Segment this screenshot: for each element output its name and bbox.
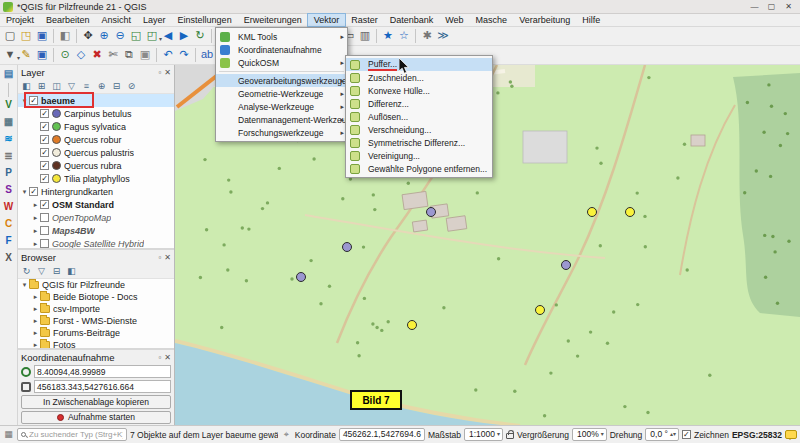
pan-map-icon[interactable]: ✥ [80, 28, 96, 44]
submenu-item-differenz[interactable]: Differenz... [346, 97, 492, 110]
submenu-item-vereinigung[interactable]: Vereinigung... [346, 149, 492, 162]
add-vector-layer-icon[interactable]: V [1, 97, 17, 113]
browser-item-fotos[interactable]: ▸Fotos [18, 339, 174, 348]
browser-item-qgis-f-r-pilzfreunde[interactable]: ▾QGIS für Pilzfreunde [18, 279, 174, 291]
coordinate-capture-icon[interactable]: ⌖ [281, 429, 292, 440]
refresh-browser-icon[interactable]: ↻ [20, 265, 33, 278]
layer-item-fagus-sylvatica[interactable]: ✓Fagus sylvatica [18, 120, 174, 133]
float-panel-icon[interactable]: ▫ [158, 353, 161, 362]
tree-marker-carpinus-betulus[interactable] [562, 261, 571, 270]
layer-item-carpinus-betulus[interactable]: ✓Carpinus betulus [18, 107, 174, 120]
browser-properties-icon[interactable]: ◧ [65, 265, 78, 278]
expander-icon[interactable]: ▸ [31, 201, 40, 209]
add-raster-layer-icon[interactable]: ▦ [1, 114, 17, 130]
visibility-checkbox[interactable] [40, 226, 49, 235]
processing-toolbox-icon[interactable]: ✱ [419, 28, 435, 44]
visibility-checkbox[interactable]: ✓ [40, 122, 49, 131]
visibility-checkbox[interactable]: ✓ [40, 174, 49, 183]
zoom-to-selection-icon[interactable]: ◰▾ [144, 28, 160, 44]
expander-icon[interactable]: ▸ [31, 329, 40, 337]
tree-marker-tilia-platyphyllos[interactable] [408, 321, 417, 330]
expander-icon[interactable]: ▸ [31, 240, 40, 248]
close-panel-icon[interactable]: ✕ [164, 68, 171, 77]
layer-item-baeume[interactable]: ▾✓baeume [18, 94, 174, 107]
tree-marker-carpinus-betulus[interactable] [427, 208, 436, 217]
zoom-next-icon[interactable]: ▶ [176, 28, 192, 44]
layout-manager-icon[interactable]: ▥ [357, 28, 373, 44]
expand-all-icon[interactable]: ⊕ [95, 80, 108, 93]
menu-ansicht[interactable]: Ansicht [96, 14, 138, 26]
expander-icon[interactable]: ▸ [31, 317, 40, 325]
tree-marker-tilia-platyphyllos[interactable] [626, 208, 635, 217]
magnifier-combo[interactable]: 100%▾ [572, 428, 607, 441]
data-source-manager-icon[interactable]: ▤ [1, 66, 17, 82]
menu-item-kml-tools[interactable]: KML Tools▸ [216, 30, 347, 43]
browser-item-forums-beitr-ge[interactable]: ▸Forums-Beiträge [18, 327, 174, 339]
current-edits-icon[interactable]: ▼▾ [2, 47, 18, 63]
new-project-icon[interactable]: ▢ [2, 28, 18, 44]
menu-item-geoverarbeitungswerkzeuge[interactable]: Geoverarbeitungswerkzeuge▸ [216, 74, 347, 87]
browser-item-beide-biotope-docs[interactable]: ▸Beide Biotope - Docs [18, 291, 174, 303]
close-panel-icon[interactable]: ✕ [164, 253, 171, 262]
menu-item-forschungswerkzeuge[interactable]: Forschungswerkzeuge▸ [216, 126, 347, 139]
remove-layer-icon[interactable]: ⊘ [125, 80, 138, 93]
menu-item-geometrie-werkzeuge[interactable]: Geometrie-Werkzeuge▸ [216, 87, 347, 100]
layer-item-opentopomap[interactable]: ▸OpenTopoMap [18, 211, 174, 224]
collapse-all-icon[interactable]: ⊟ [110, 80, 123, 93]
style-manager-icon[interactable]: ◧ [57, 28, 73, 44]
submenu-item-zuschneiden[interactable]: Zuschneiden... [346, 71, 492, 84]
expander-icon[interactable]: ▸ [31, 227, 40, 235]
scale-combo[interactable]: 1:1000▾ [464, 428, 503, 441]
minimize-button[interactable]: — [746, 0, 763, 13]
add-wcs-layer-icon[interactable]: C [1, 216, 17, 232]
locator-icon[interactable]: ▦ [3, 429, 14, 440]
show-bookmarks-icon[interactable]: ★ [380, 28, 396, 44]
layer-item-maps4bw[interactable]: ▸Maps4BW [18, 224, 174, 237]
visibility-checkbox[interactable]: ✓ [40, 135, 49, 144]
visibility-checkbox[interactable]: ✓ [40, 161, 49, 170]
new-bookmark-icon[interactable]: ☆ [396, 28, 412, 44]
globe-icon[interactable] [21, 367, 31, 377]
wgs84-coordinate-field[interactable]: 8.40094,48.99989 [34, 365, 171, 378]
crs-indicator[interactable]: EPSG:25832 [732, 430, 782, 440]
rotation-input[interactable]: 0,0 °▴▾ [645, 428, 679, 441]
visibility-checkbox[interactable]: ✓ [40, 200, 49, 209]
visibility-checkbox[interactable]: ✓ [29, 187, 38, 196]
tree-marker-tilia-platyphyllos[interactable] [588, 208, 597, 217]
add-delimited-text-icon[interactable]: ≣ [1, 148, 17, 164]
add-postgis-layer-icon[interactable]: P [1, 165, 17, 181]
coordinate-input[interactable]: 456262.1,5427694.6 [339, 428, 425, 441]
tree-marker-carpinus-betulus[interactable] [343, 243, 352, 252]
layer-item-hintergrundkarten[interactable]: ▾✓Hintergrundkarten [18, 185, 174, 198]
start-capture-button[interactable]: Aufnahme starten [21, 411, 171, 425]
float-panel-icon[interactable]: ▫ [158, 253, 161, 262]
expander-icon[interactable]: ▸ [31, 305, 40, 313]
redo-icon[interactable]: ↷ [176, 47, 192, 63]
save-layer-edits-icon[interactable]: ▣ [34, 47, 50, 63]
layer-labeling-icon[interactable]: ab [199, 47, 215, 63]
menu-projekt[interactable]: Projekt [0, 14, 40, 26]
copy-features-icon[interactable]: ⧉ [121, 47, 137, 63]
submenu-item-symmetrische-differenz[interactable]: Symmetrische Differenz... [346, 136, 492, 149]
add-virtual-layer-icon[interactable]: X [1, 250, 17, 266]
add-feature-icon[interactable]: ⊙ [57, 47, 73, 63]
toggle-editing-icon[interactable]: ✎ [18, 47, 34, 63]
menu-einstellungen[interactable]: Einstellungen [172, 14, 238, 26]
layer-item-quercus-palustris[interactable]: ✓Quercus palustris [18, 146, 174, 159]
menu-datenbank[interactable]: Datenbank [384, 14, 440, 26]
submenu-item-puffer[interactable]: Puffer... [346, 58, 492, 71]
expander-icon[interactable]: ▸ [31, 214, 40, 222]
open-project-icon[interactable]: ◳ [18, 28, 34, 44]
float-panel-icon[interactable]: ▫ [158, 68, 161, 77]
add-wfs-layer-icon[interactable]: F [1, 233, 17, 249]
submenu-item-konvexe-h-lle[interactable]: Konvexe Hülle... [346, 84, 492, 97]
visibility-checkbox[interactable]: ✓ [29, 96, 38, 105]
browser-item-forst-wms-dienste[interactable]: ▸Forst - WMS-Dienste [18, 315, 174, 327]
submenu-item-aufl-sen[interactable]: Auflösen... [346, 110, 492, 123]
menu-hilfe[interactable]: Hilfe [576, 14, 606, 26]
crosshair-icon[interactable] [21, 382, 31, 392]
submenu-item-verschneidung[interactable]: Verschneidung... [346, 123, 492, 136]
layer-item-quercus-rubra[interactable]: ✓Quercus rubra [18, 159, 174, 172]
layer-item-tilia-platyphyllos[interactable]: ✓Tilia platyphyllos [18, 172, 174, 185]
menu-web[interactable]: Web [439, 14, 469, 26]
